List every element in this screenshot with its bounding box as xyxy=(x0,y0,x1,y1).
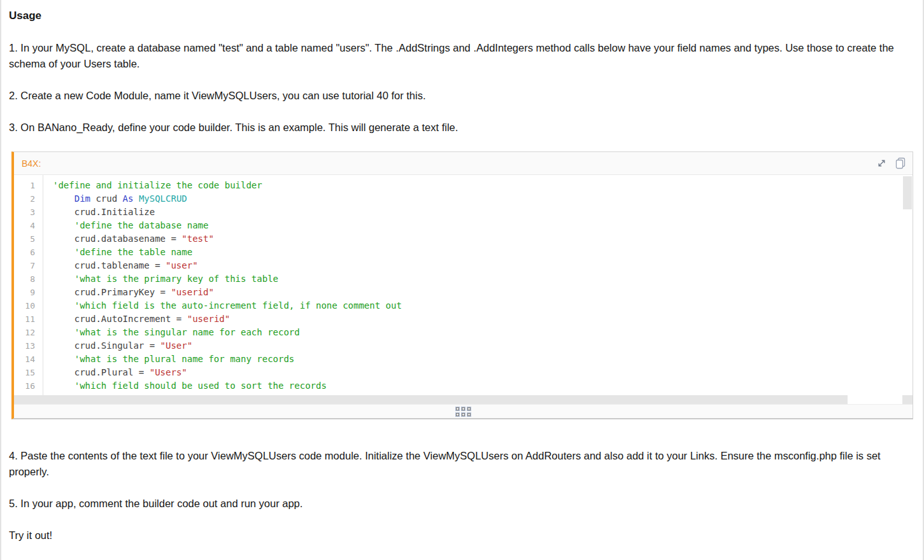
paragraph: 5. In your app, comment the builder code… xyxy=(9,496,914,512)
line-number: 9 xyxy=(14,286,35,299)
code-token-plain: crud.Singular = xyxy=(75,340,160,351)
code-token-string: "user" xyxy=(166,260,198,270)
line-number: 14 xyxy=(14,353,35,366)
code-block-tools xyxy=(877,157,906,169)
paragraph: 4. Paste the contents of the text file t… xyxy=(9,448,914,480)
code-token-comment: 'which field should be used to sort the … xyxy=(75,381,327,391)
post-body: Usage 1. In your MySQL, create a databas… xyxy=(0,0,924,560)
line-number: 5 xyxy=(14,232,35,246)
code-token-plain: crud.databasename = xyxy=(75,234,182,244)
code-scroll-area: 12345678910111213141516 'define and init… xyxy=(14,175,913,395)
code-line: 'what is the plural name for many record… xyxy=(53,353,902,366)
code-line: crud.Initialize xyxy=(53,206,902,219)
horizontal-scrollbar[interactable] xyxy=(14,395,913,404)
expand-icon[interactable] xyxy=(877,158,886,168)
line-number: 16 xyxy=(14,379,35,393)
code-token-string: "Users" xyxy=(150,367,187,377)
line-number: 10 xyxy=(14,299,35,312)
code-line: crud.databasename = "test" xyxy=(53,232,902,246)
paragraph: 3. On BANano_Ready, define your code bui… xyxy=(9,120,914,136)
code-block-footer xyxy=(14,404,913,418)
code-token-plain: crud.PrimaryKey = xyxy=(75,287,171,297)
code-line: crud.Singular = "User" xyxy=(53,339,902,353)
code-token-plain: crud xyxy=(90,193,123,204)
code-token-comment: 'define the database name xyxy=(75,220,209,230)
code-line: 'which field should be used to sort the … xyxy=(53,379,902,393)
code-token-string: "test" xyxy=(181,234,214,244)
line-number: 11 xyxy=(14,312,35,326)
code-line: 'define and initialize the code builder xyxy=(53,179,902,192)
code-token-comment: 'which field is the auto-increment field… xyxy=(75,300,402,311)
line-number: 4 xyxy=(14,219,35,232)
code-line: 'define the table name xyxy=(53,246,902,259)
line-number: 6 xyxy=(14,246,35,259)
code-token-plain: crud.tablename = xyxy=(75,260,166,270)
grid-dots-icon[interactable] xyxy=(455,407,471,417)
code-token-comment: 'what is the plural name for many record… xyxy=(75,354,295,364)
code-language-label: B4X: xyxy=(22,158,41,169)
scrollbar-corner xyxy=(902,395,913,404)
code-token-plain: crud.AutoIncrement = xyxy=(75,314,187,324)
code-token-comment: 'define and initialize the code builder xyxy=(53,180,262,190)
code-token-keyword: As xyxy=(123,193,134,204)
vertical-scrollbar-thumb[interactable] xyxy=(903,176,912,209)
code-line: crud.tablename = "user" xyxy=(53,259,902,272)
code-line: crud.Plural = "Users" xyxy=(53,366,902,379)
paragraph: 2. Create a new Code Module, name it Vie… xyxy=(9,88,914,104)
code-token-plain: crud.Plural = xyxy=(75,367,150,377)
paragraph: 1. In your MySQL, create a database name… xyxy=(9,40,914,72)
code-line: Dim crud As MySQLCRUD xyxy=(53,192,902,206)
intro-paragraphs: 1. In your MySQL, create a database name… xyxy=(9,40,914,136)
vertical-scrollbar[interactable] xyxy=(902,175,913,395)
line-number: 12 xyxy=(14,326,35,339)
code-token-keyword: Dim xyxy=(75,193,90,204)
code-token-string: "userid" xyxy=(171,287,213,297)
line-number: 2 xyxy=(14,192,35,206)
code-token-plain: crud.Initialize xyxy=(75,207,155,217)
line-number: 8 xyxy=(14,272,35,286)
usage-heading: Usage xyxy=(9,9,914,23)
code-line: crud.PrimaryKey = "userid" xyxy=(53,286,902,299)
b4x-code-block: B4X: 1234567891011121314 xyxy=(11,151,913,419)
code-line: 'what is the singular name for each reco… xyxy=(53,326,902,339)
copy-icon[interactable] xyxy=(895,157,906,169)
code-line: crud.AutoIncrement = "userid" xyxy=(53,312,902,326)
code-block-header: B4X: xyxy=(14,152,913,175)
code-line: 'define the database name xyxy=(53,219,902,232)
outro-paragraphs: 4. Paste the contents of the text file t… xyxy=(9,448,914,543)
line-number: 15 xyxy=(14,366,35,379)
line-number: 3 xyxy=(14,206,35,219)
line-number: 7 xyxy=(14,259,35,272)
code-token-string: "User" xyxy=(160,340,193,351)
line-numbers: 12345678910111213141516 xyxy=(14,175,43,395)
line-number: 1 xyxy=(14,179,35,192)
code-line: 'which field is the auto-increment field… xyxy=(53,299,902,312)
code-lines: 'define and initialize the code builder … xyxy=(43,175,902,395)
code-token-comment: 'what is the primary key of this table xyxy=(75,274,278,284)
code-token-type: MySQLCRUD xyxy=(133,193,187,204)
line-number: 13 xyxy=(14,339,35,353)
code-token-string: "userid" xyxy=(187,314,230,324)
horizontal-scrollbar-thumb[interactable] xyxy=(14,395,848,404)
paragraph: Try it out! xyxy=(9,528,914,543)
code-line: 'what is the primary key of this table xyxy=(53,272,902,286)
code-token-comment: 'define the table name xyxy=(75,247,192,257)
code-token-comment: 'what is the singular name for each reco… xyxy=(75,327,300,337)
